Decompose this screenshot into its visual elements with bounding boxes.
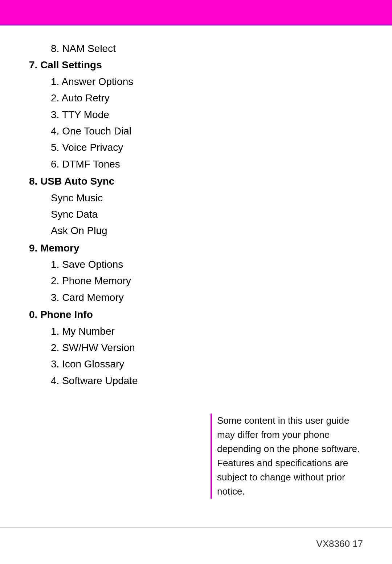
item-label: 1. Save Options xyxy=(51,259,123,270)
list-item: 4. Software Update xyxy=(29,373,363,388)
item-label: Sync Data xyxy=(51,209,98,220)
list-item: Sync Data xyxy=(29,206,363,222)
item-label: 5. Voice Privacy xyxy=(51,142,123,153)
item-label: 4. One Touch Dial xyxy=(51,125,131,137)
item-label: Ask On Plug xyxy=(51,225,107,236)
list-item: 4. One Touch Dial xyxy=(29,123,363,139)
item-label: 3. TTY Mode xyxy=(51,109,109,120)
list-item: 2. Auto Retry xyxy=(29,90,363,106)
list-item: 0. Phone Info xyxy=(29,307,363,322)
section-header: 0. Phone Info xyxy=(29,309,93,320)
section-header: 7. Call Settings xyxy=(29,59,102,70)
bottom-divider xyxy=(0,527,392,528)
item-label: 4. Software Update xyxy=(51,375,138,386)
section-header: 9. Memory xyxy=(29,242,79,254)
list-item: 2. SW/HW Version xyxy=(29,340,363,355)
list-item: 3. Card Memory xyxy=(29,290,363,305)
item-label: 3. Card Memory xyxy=(51,292,124,303)
item-label: 2. Auto Retry xyxy=(51,92,110,104)
content-area: 8. NAM Select 7. Call Settings 1. Answer… xyxy=(0,26,392,404)
list-item: 8. USB Auto Sync xyxy=(29,173,363,189)
item-label: 1. My Number xyxy=(51,326,115,337)
top-bar xyxy=(0,0,392,25)
list-item: 1. My Number xyxy=(29,323,363,339)
item-label: 2. SW/HW Version xyxy=(51,342,135,353)
item-label: 8. NAM Select xyxy=(51,43,116,54)
list-item: 9. Memory xyxy=(29,240,363,256)
item-label: Sync Music xyxy=(51,192,103,204)
list-item: 5. Voice Privacy xyxy=(29,140,363,155)
item-label: 3. Icon Glossary xyxy=(51,358,124,370)
list-item: 7. Call Settings xyxy=(29,57,363,73)
list-item: 3. TTY Mode xyxy=(29,107,363,122)
list-item: 2. Phone Memory xyxy=(29,273,363,289)
item-label: 1. Answer Options xyxy=(51,76,133,87)
list-item: 8. NAM Select xyxy=(29,41,363,56)
note-section: Some content in this user guide may diff… xyxy=(211,414,363,499)
list-item: Ask On Plug xyxy=(29,223,363,238)
list-item: 6. DTMF Tones xyxy=(29,156,363,172)
item-label: 6. DTMF Tones xyxy=(51,158,120,170)
list-item: 1. Save Options xyxy=(29,257,363,272)
item-label: 2. Phone Memory xyxy=(51,275,131,286)
section-header: 8. USB Auto Sync xyxy=(29,176,114,187)
list-item: 1. Answer Options xyxy=(29,74,363,89)
note-text: Some content in this user guide may diff… xyxy=(217,414,363,499)
list-item: Sync Music xyxy=(29,190,363,206)
list-item: 3. Icon Glossary xyxy=(29,356,363,372)
note-bar xyxy=(211,414,212,499)
footer-text: VX8360 17 xyxy=(316,538,363,549)
